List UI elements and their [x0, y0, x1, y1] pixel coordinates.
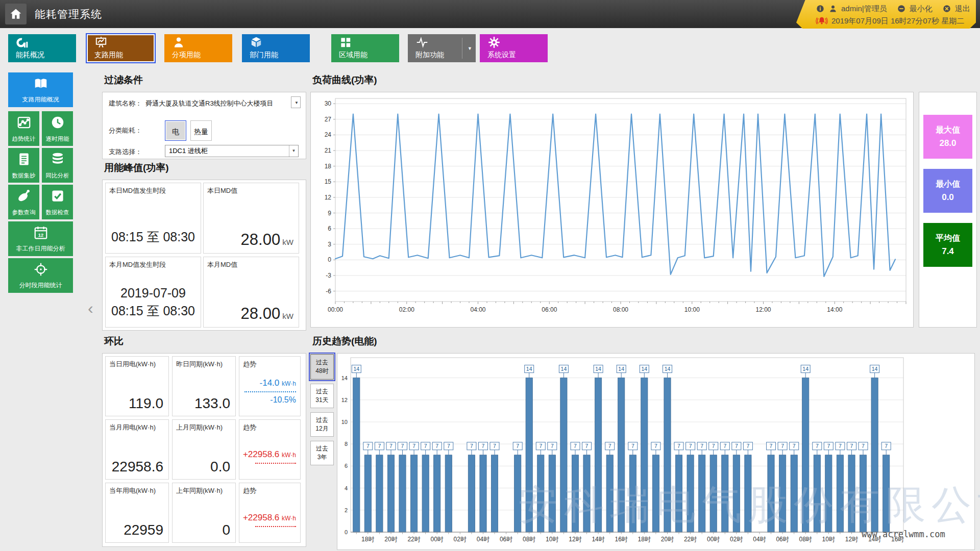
- svg-text:3: 3: [328, 241, 331, 248]
- svg-text:7: 7: [366, 443, 370, 449]
- svg-text:7: 7: [885, 443, 888, 449]
- sidebar-item-数据检查[interactable]: 数据检查: [42, 185, 73, 219]
- sidebar-item-label: 非工作日用能分析: [8, 244, 73, 253]
- sidebar-item-分时段用能统计[interactable]: 分时段用能统计: [8, 258, 73, 293]
- ring-title: 环比: [104, 335, 124, 348]
- alarm-icon[interactable]: [816, 15, 828, 27]
- svg-text:10时: 10时: [822, 536, 835, 543]
- period-button-过去31天[interactable]: 过去31天: [310, 384, 334, 408]
- sidebar-collapse-arrow[interactable]: ‹: [88, 300, 93, 316]
- trend-unit: kW·h: [282, 380, 296, 387]
- info-icon[interactable]: [816, 4, 825, 13]
- stat-最小值: 最小值0.0: [923, 169, 972, 213]
- sidebar-item-同比分析[interactable]: 同比分析: [42, 148, 73, 183]
- chevron-down-icon[interactable]: ▼: [468, 46, 472, 51]
- energy-option-热量[interactable]: 热量: [190, 120, 212, 141]
- metric-card: 当日用电(kW·h)119.0: [105, 356, 169, 416]
- minimize-label[interactable]: 最小化: [910, 4, 933, 14]
- svg-text:08:00: 08:00: [613, 306, 628, 313]
- sidebar-item-数据集抄[interactable]: 数据集抄: [8, 148, 39, 183]
- nav-tab-附加功能[interactable]: 附加功能▼: [408, 34, 476, 62]
- svg-text:18时: 18时: [361, 536, 374, 543]
- svg-text:21: 21: [325, 147, 332, 154]
- divider: [462, 38, 462, 59]
- svg-text:20时: 20时: [384, 536, 397, 543]
- svg-text:06时: 06时: [776, 536, 789, 543]
- nav-tab-label: 区域用能: [339, 51, 368, 60]
- building-dropdown-button[interactable]: ▼: [291, 96, 301, 108]
- card-label: 上月同期(kW·h): [176, 423, 223, 432]
- svg-text:10时: 10时: [546, 536, 558, 543]
- metric-card: 当年用电(kW·h)22959: [105, 483, 169, 543]
- load-curve-panel: 302724211815129630-3-600:0002:0004:0006:…: [310, 92, 914, 328]
- nav-tab-部门用能[interactable]: 部门用能: [242, 34, 310, 62]
- card-value: 119.0: [129, 395, 163, 412]
- svg-text:7: 7: [401, 443, 404, 449]
- nav-tab-label: 附加功能: [415, 51, 444, 60]
- svg-text:10:00: 10:00: [684, 306, 700, 313]
- minimize-icon[interactable]: [897, 4, 906, 13]
- svg-text:7: 7: [447, 443, 450, 449]
- stat-最大值: 最大值28.0: [923, 115, 972, 159]
- period-button-过去12月[interactable]: 过去12月: [310, 412, 334, 437]
- branch-select[interactable]: 1DC1 进线柜 ▼: [165, 145, 299, 157]
- trend-icon: [8, 115, 39, 130]
- load-stats-panel: 最大值28.0最小值0.0平均值7.4: [919, 92, 977, 328]
- home-button[interactable]: [5, 4, 27, 24]
- load-curve-chart: 302724211815129630-3-600:0002:0004:0006:…: [311, 92, 913, 327]
- sidebar-item-趋势统计[interactable]: 趋势统计: [8, 111, 39, 146]
- sidebar-item-参数查询[interactable]: 参数查询: [8, 185, 39, 219]
- nav-tab-支路用能[interactable]: 支路用能: [87, 34, 155, 62]
- svg-text:06时: 06时: [500, 536, 512, 543]
- nav-tab-分项用能[interactable]: 分项用能: [164, 34, 232, 62]
- period-button-过去48时[interactable]: 过去48时: [310, 354, 334, 380]
- svg-text:7: 7: [723, 443, 726, 449]
- nav-tab-能耗概况[interactable]: 能耗概况: [8, 34, 76, 62]
- svg-text:7: 7: [493, 443, 496, 449]
- svg-text:10: 10: [341, 419, 348, 425]
- svg-text:7: 7: [700, 443, 703, 449]
- sidebar-item-label: 逐时用能: [42, 135, 73, 143]
- card-label: 趋势: [243, 360, 256, 369]
- grid-icon: [339, 36, 352, 49]
- stat-value: 7.4: [923, 246, 972, 257]
- nav-tab-区域用能[interactable]: 区域用能: [331, 34, 399, 62]
- metric-card: 上年同期(kW·h)0: [172, 483, 236, 543]
- card-value: 0: [222, 522, 230, 538]
- stat-label: 最大值: [923, 125, 972, 136]
- website-watermark: www.acrelwmm.com: [862, 529, 945, 539]
- svg-text:14时: 14时: [592, 536, 604, 543]
- history-trend-title: 历史趋势(电能): [312, 335, 377, 348]
- period-button-过去3年[interactable]: 过去3年: [310, 441, 334, 465]
- exit-label[interactable]: 退出: [955, 4, 970, 14]
- stat-value: 0.0: [923, 192, 972, 203]
- card-value: 28.00 kW: [241, 231, 293, 249]
- energy-option-电[interactable]: 电: [165, 120, 186, 141]
- card-unit: kW: [280, 312, 293, 320]
- svg-text:7: 7: [482, 443, 485, 449]
- stat-label: 平均值: [923, 233, 972, 244]
- svg-text:7: 7: [793, 443, 796, 449]
- sidebar-item-非工作日用能分析[interactable]: 12非工作日用能分析: [8, 221, 73, 256]
- svg-text:-6: -6: [326, 288, 331, 295]
- svg-text:7: 7: [551, 443, 554, 449]
- svg-text:4: 4: [345, 485, 348, 491]
- card-value: 28.00 kW: [241, 305, 293, 323]
- svg-text:8: 8: [345, 441, 348, 447]
- svg-text:02时: 02时: [454, 536, 467, 543]
- nav-tab-label: 能耗概况: [16, 51, 44, 60]
- sidebar-item-支路用能概况[interactable]: 支路用能概况: [8, 72, 73, 107]
- svg-text:7: 7: [816, 443, 819, 449]
- dotted-divider: [244, 391, 296, 392]
- nav-tab-系统设置[interactable]: 系统设置: [480, 34, 548, 62]
- stat-label: 最小值: [923, 179, 972, 190]
- peak-card-本月MD值发生时段: 本月MD值发生时段2019-07-0908:15 至 08:30: [105, 257, 201, 328]
- svg-text:14: 14: [341, 375, 348, 381]
- card-value: 0.0: [210, 459, 230, 475]
- trend-unit: kW·h: [282, 452, 296, 459]
- chevron-down-icon[interactable]: ▼: [289, 145, 298, 157]
- svg-text:7: 7: [539, 443, 542, 449]
- svg-text:18时: 18时: [638, 536, 651, 543]
- close-icon[interactable]: [942, 4, 951, 13]
- sidebar-item-逐时用能[interactable]: 逐时用能: [42, 111, 73, 146]
